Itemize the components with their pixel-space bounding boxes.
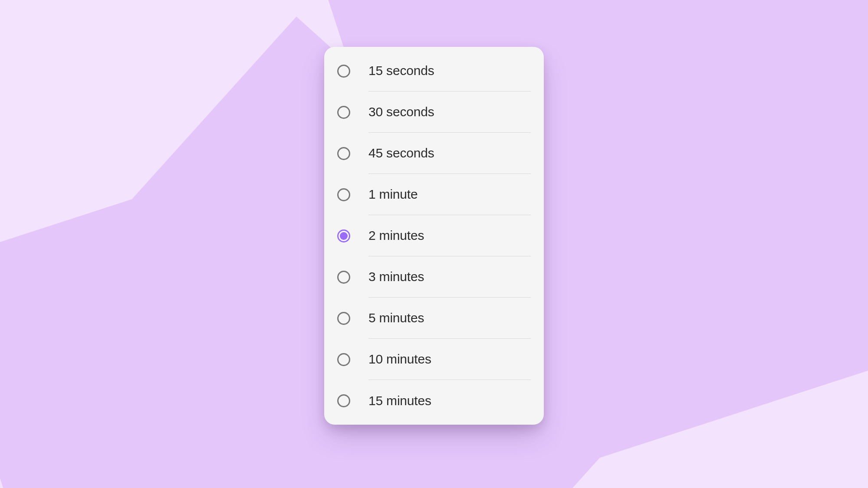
duration-option-30-seconds[interactable]: 30 seconds [324, 92, 544, 133]
duration-option-45-seconds[interactable]: 45 seconds [324, 133, 544, 174]
duration-picker-card: 15 seconds 30 seconds 45 seconds 1 minut… [324, 47, 544, 425]
radio-unselected-icon [337, 394, 350, 407]
duration-option-5-minutes[interactable]: 5 minutes [324, 298, 544, 339]
duration-option-label: 15 minutes [368, 393, 431, 408]
duration-option-2-minutes[interactable]: 2 minutes [324, 215, 544, 256]
duration-option-3-minutes[interactable]: 3 minutes [324, 256, 544, 298]
radio-unselected-icon [337, 65, 350, 78]
duration-option-label: 2 minutes [368, 228, 424, 243]
radio-unselected-icon [337, 353, 350, 366]
duration-option-label: 3 minutes [368, 269, 424, 284]
duration-option-1-minute[interactable]: 1 minute [324, 174, 544, 215]
radio-unselected-icon [337, 271, 350, 284]
duration-option-10-minutes[interactable]: 10 minutes [324, 339, 544, 380]
duration-option-label: 15 seconds [368, 63, 434, 78]
background: 15 seconds 30 seconds 45 seconds 1 minut… [0, 0, 868, 488]
radio-unselected-icon [337, 147, 350, 160]
radio-unselected-icon [337, 188, 350, 201]
duration-option-label: 1 minute [368, 187, 418, 202]
radio-unselected-icon [337, 106, 350, 119]
duration-option-label: 45 seconds [368, 146, 434, 160]
duration-option-label: 30 seconds [368, 105, 434, 119]
duration-option-label: 10 minutes [368, 352, 431, 367]
radio-selected-icon [337, 229, 350, 242]
radio-unselected-icon [337, 312, 350, 325]
duration-option-label: 5 minutes [368, 311, 424, 325]
duration-option-15-seconds[interactable]: 15 seconds [324, 50, 544, 92]
duration-option-15-minutes[interactable]: 15 minutes [324, 380, 544, 421]
